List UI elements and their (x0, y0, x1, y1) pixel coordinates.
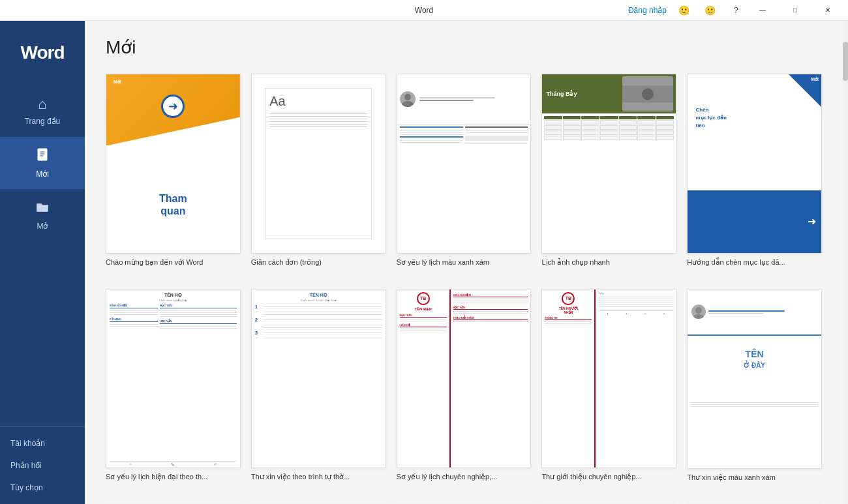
cv-m-line-8 (160, 314, 237, 315)
help-icon[interactable]: ? (727, 1, 745, 20)
svg-point-1 (404, 94, 411, 100)
cv-pro-r4 (453, 311, 528, 312)
sidebar-item-options[interactable]: Tùy chọn (0, 477, 85, 499)
cv-m-line-1 (110, 310, 158, 311)
intro-r6 (598, 306, 673, 307)
cal-cell-1 (544, 120, 562, 125)
cv-m-line-7 (160, 312, 237, 313)
blank-line-3 (269, 119, 367, 119)
cv-gray-bar (465, 136, 528, 141)
cv-pro-l1 (400, 319, 447, 319)
template-label-cv-pro: Sơ yếu lý lịch chuyên nghiệp,... (397, 472, 532, 490)
emoji-sad-icon[interactable]: 🙁 (701, 1, 719, 20)
sidebar-item-feedback[interactable]: Phản hồi (0, 454, 85, 477)
cal-cell-21 (656, 130, 674, 135)
letter-blue-nameline-1 (708, 310, 785, 312)
cal-cell-h1 (544, 116, 562, 119)
letter-blue-photo (691, 304, 706, 319)
cv-modern-right: MỤC TIÊU HỌC VẤN (160, 304, 237, 459)
close-button[interactable]: ✕ (813, 0, 843, 21)
cv-pro-section-1: MỤC TIÊU (400, 314, 447, 318)
cv-modern-left: KINH NGHIỆM KỸ NĂNG (110, 304, 158, 459)
cv-gray-line-4 (400, 140, 463, 141)
cv-m-line-11 (160, 328, 237, 329)
cv-pro-section-3: KINH NGHIỆM (453, 293, 528, 297)
cal-cell-h4 (600, 116, 618, 119)
intro-dot-2: ● (626, 312, 627, 315)
sidebar-label-home: Trang đầu (25, 117, 61, 126)
signin-link[interactable]: Đăng nhập (628, 6, 667, 15)
template-item-toc[interactable]: Mới Chènmục lục đầutiên ➜ Hướng dẫn chèn… (687, 74, 822, 276)
sidebar-item-account[interactable]: Tài khoản (0, 432, 85, 454)
cal-cell-13 (637, 125, 656, 130)
titlebar-actions: Đăng nhập 🙂 🙁 ? (628, 1, 745, 20)
emoji-happy-icon[interactable]: 🙂 (674, 1, 693, 20)
maximize-button[interactable]: □ (780, 0, 810, 21)
cal-cell-8 (544, 125, 562, 130)
cal-cell-16 (563, 130, 581, 135)
cv-gray-name-block (419, 96, 528, 102)
letter-seq-line-5 (263, 338, 382, 338)
sidebar-bottom: Tài khoản Phản hồi Tùy chọn (0, 426, 85, 504)
minimize-button[interactable]: — (748, 0, 778, 21)
cal-cell-9 (563, 125, 581, 130)
letter-seq-dash-3 (263, 333, 382, 333)
letter-blue-nameline-2 (708, 313, 763, 314)
cv-gray-header-line-1 (400, 126, 463, 128)
cv-gray-line-2 (400, 132, 463, 133)
cv-pro-section-4: HỌC VẤN (453, 306, 528, 310)
letter-seq-line-2 (263, 314, 382, 315)
template-label-letter-seq: Thư xin việc theo trình tự thờ... (251, 472, 386, 490)
svg-point-5 (695, 307, 702, 314)
sidebar-item-open[interactable]: Mở (0, 189, 85, 241)
scrollbar-thumb[interactable] (843, 42, 848, 81)
cv-m-line-2 (110, 312, 158, 313)
cv-pro-section-5: TRAO ĐỔI THÊM (453, 316, 528, 320)
letter-seq-row-1: 1 (255, 304, 382, 310)
intro-l1 (545, 321, 592, 322)
cv-modern-section-2: KỸ NĂNG (110, 318, 158, 322)
intro-l2 (545, 323, 592, 324)
cv-gray-line-6 (465, 130, 528, 131)
blank-line-5 (269, 124, 367, 125)
cal-cell-24 (581, 136, 599, 140)
letter-seq-subtitle: Chức danh • Email • Điện thoại (255, 299, 382, 302)
cv-pro-l2 (400, 321, 447, 321)
cv-pro-left: TB TÊN BẠN MỤC TIÊU LIÊN HỆ (397, 289, 451, 468)
blank-line-6 (269, 126, 367, 127)
letter-seq-row-2: 2 (255, 317, 382, 323)
intro-r3 (598, 301, 673, 301)
cv-m-line-4 (110, 324, 158, 325)
template-item-cv-pro[interactable]: TB TÊN BẠN MỤC TIÊU LIÊN HỆ KINH NGHIỆM (397, 289, 532, 491)
template-thumb-calendar: Tháng Bảy NĂM (541, 74, 676, 254)
intro-pro-circle: TB (562, 292, 575, 305)
cv-m-line-3 (110, 314, 158, 315)
template-thumb-welcome: Mới ➜ Thamquan (106, 74, 241, 254)
sidebar-item-new[interactable]: Mới (0, 137, 85, 189)
template-item-welcome[interactable]: Mới ➜ Thamquan Chào mừng bạn đến với Wor… (106, 74, 241, 276)
intro-pro-right: Ngày... ● ● ● ● (596, 289, 676, 468)
sidebar-item-home[interactable]: ⌂ Trang đầu (0, 85, 85, 137)
cal-cell-14 (656, 125, 674, 130)
cal-cell-18 (600, 130, 618, 135)
calendar-month-label: Tháng Bảy (546, 91, 577, 97)
cv-gray-col-right (465, 126, 528, 251)
cal-cell-27 (637, 136, 656, 140)
cv-gray-header-line-3 (465, 126, 528, 128)
cv-modern-section-3: MỤC TIÊU (160, 304, 237, 308)
template-item-cv-gray[interactable]: Sơ yếu lý lịch màu xanh xám (397, 74, 532, 276)
template-item-letter-seq[interactable]: TÊN HỌ Chức danh • Email • Điện thoại 1 … (251, 289, 386, 491)
template-label-blank: Giãn cách đơn (trống) (251, 258, 386, 276)
cv-gray-name-line-2 (419, 100, 474, 101)
toc-new-label: Mới (811, 77, 819, 82)
template-item-calendar[interactable]: Tháng Bảy NĂM (541, 74, 676, 276)
svg-point-2 (402, 101, 414, 107)
template-item-intro-pro[interactable]: TB TÊN NGƯỜINHẬN THÔNG TIN Ngày... (541, 289, 676, 491)
template-item-cv-modern[interactable]: TÊN HỌ Chức danh nghề nghiệp KINH NGHIỆM… (106, 289, 241, 491)
intro-dot-1: ● (607, 312, 609, 315)
template-item-blank[interactable]: Aa Giãn cách đơn (trống) (251, 74, 386, 276)
scrollbar-track[interactable] (843, 21, 848, 504)
template-item-letter-blue[interactable]: TÊNỞ ĐÂY Thư xin việc màu xanh xám (687, 289, 822, 491)
cv-gray-line-7 (465, 132, 528, 133)
welcome-text: Thamquan (113, 192, 233, 217)
